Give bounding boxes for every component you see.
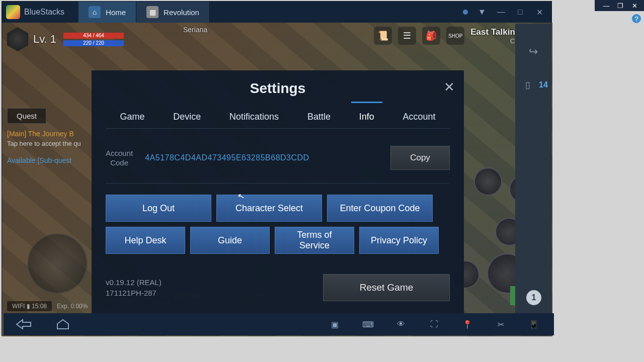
tab-account[interactable]: Account	[399, 106, 440, 128]
hud-bottom: WIFI ▮ 15:08 Exp. 0.00%	[7, 301, 88, 311]
scissors-icon[interactable]: ✂	[491, 317, 511, 331]
tab-battle[interactable]: Battle	[303, 106, 335, 128]
tab-info[interactable]: Info	[355, 106, 378, 128]
bs-close-icon[interactable]: ✕	[534, 7, 544, 17]
quest-panel: Quest [Main] The Journey B Tap here to a…	[7, 108, 95, 164]
quest-available[interactable]: Available [Sub-quest	[7, 156, 95, 164]
tab-home[interactable]: ⌂ Home	[78, 2, 136, 23]
hp-bar: 434 / 464	[63, 33, 124, 39]
tab-notifications[interactable]: Notifications	[225, 106, 283, 128]
fullscreen-icon[interactable]: ⛶	[424, 317, 444, 331]
quest-main-title[interactable]: [Main] The Journey B	[7, 130, 95, 138]
settings-title: Settings	[106, 80, 450, 97]
bluestacks-logo-icon	[6, 5, 20, 19]
character-select-button[interactable]: Character Select	[216, 195, 322, 222]
location-icon[interactable]: 📍	[457, 317, 477, 331]
minimize-icon[interactable]: —	[601, 1, 612, 10]
account-code-value: 4A5178C4D4AD473495E63285B68D3CDD	[145, 153, 378, 162]
tab-game[interactable]: Game	[116, 106, 148, 128]
coupon-button[interactable]: Enter Coupon Code	[327, 195, 433, 222]
account-code-row: AccountCode 4A5178C4D4AD473495E63285B68D…	[106, 140, 450, 184]
game-viewport[interactable]: Lv. 1 434 / 464 220 / 220 Seriana 📜 ☰ 🎒 …	[2, 23, 552, 336]
help-icon[interactable]: ?	[632, 14, 641, 23]
exit-icon[interactable]: ↪	[524, 43, 542, 61]
mp-bar: 220 / 220	[63, 40, 124, 46]
bluestacks-controls: ▼ — □ ✕	[463, 7, 551, 17]
bs-minimize-icon[interactable]: —	[496, 7, 506, 17]
skill-slot-4[interactable]	[474, 167, 502, 196]
bs-maximize-icon[interactable]: □	[515, 7, 525, 17]
close-icon[interactable]: ✕	[444, 79, 455, 95]
revolution-icon: ▦	[146, 6, 158, 18]
reset-game-button[interactable]: Reset Game	[323, 274, 450, 301]
wifi-indicator: WIFI ▮ 15:08	[7, 301, 52, 311]
card-icon[interactable]: ▯	[519, 76, 537, 94]
dropdown-icon[interactable]: ▼	[477, 7, 487, 17]
keyboard-icon[interactable]: ⌨	[358, 317, 378, 331]
guide-button[interactable]: Guide	[190, 227, 270, 254]
privacy-button[interactable]: Privacy Policy	[359, 227, 439, 254]
screenshot-icon[interactable]: ▣	[325, 317, 345, 331]
bluestacks-title: BlueStacks	[24, 8, 64, 17]
hud-top: Lv. 1 434 / 464 220 / 220	[7, 27, 547, 52]
bluestacks-titlebar: BlueStacks ⌂ Home ▦ Revolution ▼ — □ ✕	[2, 2, 551, 23]
notification-dot-icon[interactable]	[463, 10, 468, 15]
copy-button[interactable]: Copy	[390, 146, 450, 170]
android-nav-bar: ▣ ⌨ 👁 ⛶ 📍 ✂ 📱	[4, 313, 554, 335]
notification-badge[interactable]: 1	[526, 290, 541, 305]
settings-tabs: Game Device Notifications Battle Info Ac…	[106, 106, 450, 129]
settings-modal: Settings ✕ Game Device Notifications Bat…	[92, 70, 464, 326]
bluestacks-window: BlueStacks ⌂ Home ▦ Revolution ▼ — □ ✕ L…	[2, 1, 552, 336]
virtual-joystick[interactable]	[27, 233, 88, 294]
shake-icon[interactable]: 📱	[524, 317, 544, 331]
home-icon: ⌂	[89, 6, 101, 18]
player-shield-icon[interactable]	[7, 27, 28, 51]
close-icon[interactable]: ✕	[629, 1, 640, 10]
logout-button[interactable]: Log Out	[106, 195, 211, 222]
modal-footer: v0.19.12 (REAL) 171121PH-287 Reset Game	[106, 274, 450, 301]
maximize-icon[interactable]: ❐	[615, 1, 626, 10]
account-code-label: AccountCode	[106, 148, 133, 168]
tos-button[interactable]: Terms ofService	[275, 227, 354, 254]
exp-indicator: Exp. 0.00%	[57, 303, 88, 310]
player-level: Lv. 1	[33, 33, 56, 46]
outer-window-controls: — ❐ ✕	[595, 0, 644, 11]
visibility-icon[interactable]: 👁	[391, 317, 411, 331]
tab-device[interactable]: Device	[169, 106, 205, 128]
helpdesk-button[interactable]: Help Desk	[106, 227, 185, 254]
back-icon[interactable]	[14, 317, 34, 331]
action-buttons: Log Out Character Select Enter Coupon Co…	[106, 195, 450, 254]
quest-button[interactable]: Quest	[7, 108, 46, 124]
quest-hint[interactable]: Tap here to accept the qu	[7, 140, 95, 147]
bluestacks-sidebar: ↪ ▯14	[515, 24, 551, 315]
tab-revolution[interactable]: ▦ Revolution	[136, 2, 210, 23]
home-nav-icon[interactable]	[53, 317, 73, 331]
version-label: v0.19.12 (REAL) 171121PH-287	[106, 277, 162, 298]
card-count: 14	[539, 80, 548, 89]
